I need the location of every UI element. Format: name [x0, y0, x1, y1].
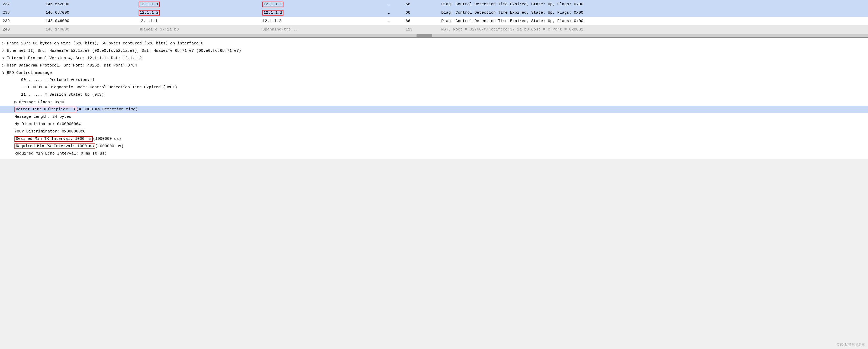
red-box-field: Detect Time Multiplier: 3	[14, 107, 76, 112]
field-text: Your Discriminator: 0x000000c8	[14, 129, 86, 134]
field-text: Message Length: 24 bytes	[14, 115, 71, 119]
field-text: 11.. .... = Session State: Up (0x3)	[21, 93, 104, 97]
field-text: ▷ Internet Protocol Version 4, Src: 12.1…	[2, 56, 142, 60]
horizontal-scrollbar[interactable]	[0, 34, 868, 37]
detail-line[interactable]: ▷ User Datagram Protocol, Src Port: 4925…	[0, 62, 868, 69]
field-suffix: (1000000 us)	[93, 137, 121, 141]
detail-line[interactable]: ▷ Ethernet II, Src: HuaweiTe_b2:1a:e9 (0…	[0, 47, 868, 54]
detail-line[interactable]: ▷ Frame 237: 66 bytes on wire (528 bits)…	[0, 39, 868, 47]
red-box-value: 12.1.1.1	[262, 10, 283, 15]
detail-line: 11.. .... = Session State: Up (0x3)	[0, 91, 868, 98]
field-suffix: (1000000 us)	[95, 144, 124, 149]
field-text: 001. .... = Protocol Version: 1	[21, 78, 94, 82]
table-row[interactable]: 240148.140000HuaweiTe 37:2a:b3Spanning-t…	[0, 25, 868, 34]
detail-pane: ▷ Frame 237: 66 bytes on wire (528 bits)…	[0, 37, 868, 159]
red-box-value: 12.1.1.2	[138, 10, 160, 15]
field-suffix: (= 3000 ms Detection time)	[76, 107, 138, 112]
detail-line: Your Discriminator: 0x000000c8	[0, 128, 868, 135]
detail-line: Required Min RX Interval: 1000 ms (10000…	[0, 142, 868, 150]
field-text: Required Min Echo Interval: 0 ms (0 us)	[14, 151, 107, 156]
scrollbar-thumb[interactable]	[416, 34, 432, 37]
field-text: ...0 0001 = Diagnostic Code: Control Det…	[21, 85, 177, 90]
detail-line[interactable]: ▷ Internet Protocol Version 4, Src: 12.1…	[0, 54, 868, 62]
packet-list-table: 237146.56200012.1.1.112.1.1.2…66Diag: Co…	[0, 0, 868, 34]
red-box-value: 12.1.1.1	[138, 2, 160, 7]
detail-line: 001. .... = Protocol Version: 1	[0, 76, 868, 84]
red-box-field: Desired Min TX Interval: 1000 ms	[14, 136, 93, 141]
detail-line[interactable]: ∨ BFD Control message	[0, 69, 868, 76]
field-text: ▷ Ethernet II, Src: HuaweiTe_b2:1a:e9 (0…	[2, 48, 241, 53]
detail-line: Desired Min TX Interval: 1000 ms (100000…	[0, 135, 868, 142]
field-text: ▷ User Datagram Protocol, Src Port: 4925…	[2, 63, 137, 68]
field-text: ▷ Frame 237: 66 bytes on wire (528 bits)…	[2, 41, 203, 46]
detail-line: My Discriminator: 0x00000064	[0, 120, 868, 128]
red-box-field: Required Min RX Interval: 1000 ms	[14, 144, 95, 149]
detail-line[interactable]: ▷ Message Flags: 0xc0	[0, 98, 868, 106]
wireshark-window: 237146.56200012.1.1.112.1.1.2…66Diag: Co…	[0, 0, 868, 159]
detail-line: Required Min Echo Interval: 0 ms (0 us)	[0, 150, 868, 157]
table-row[interactable]: 239148.04600012.1.1.112.1.1.2…66Diag: Co…	[0, 17, 868, 25]
detail-line: Detect Time Multiplier: 3 (= 3000 ms Det…	[0, 106, 868, 113]
detail-line: ...0 0001 = Diagnostic Code: Control Det…	[0, 84, 868, 91]
field-text: My Discriminator: 0x00000064	[14, 122, 81, 126]
field-text: ∨ BFD Control message	[2, 70, 52, 75]
table-row[interactable]: 238146.68700012.1.1.212.1.1.1…66Diag: Co…	[0, 8, 868, 17]
field-text: ▷ Message Flags: 0xc0	[14, 100, 64, 104]
detail-line: Message Length: 24 bytes	[0, 113, 868, 120]
red-box-value: 12.1.1.2	[262, 2, 283, 7]
table-row[interactable]: 237146.56200012.1.1.112.1.1.2…66Diag: Co…	[0, 0, 868, 8]
